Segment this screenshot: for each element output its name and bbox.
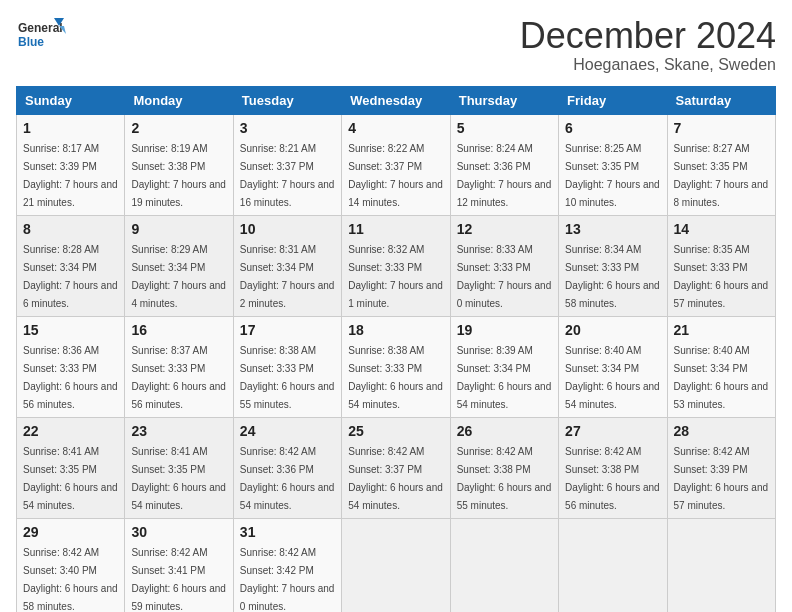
calendar-cell: 25 Sunrise: 8:42 AMSunset: 3:37 PMDaylig… — [342, 417, 450, 518]
calendar-cell: 23 Sunrise: 8:41 AMSunset: 3:35 PMDaylig… — [125, 417, 233, 518]
calendar-cell: 10 Sunrise: 8:31 AMSunset: 3:34 PMDaylig… — [233, 215, 341, 316]
calendar-cell — [667, 518, 775, 612]
day-info: Sunrise: 8:24 AMSunset: 3:36 PMDaylight:… — [457, 143, 552, 208]
calendar-cell: 13 Sunrise: 8:34 AMSunset: 3:33 PMDaylig… — [559, 215, 667, 316]
calendar-cell: 26 Sunrise: 8:42 AMSunset: 3:38 PMDaylig… — [450, 417, 558, 518]
day-number: 10 — [240, 221, 335, 237]
day-number: 14 — [674, 221, 769, 237]
day-number: 8 — [23, 221, 118, 237]
day-number: 6 — [565, 120, 660, 136]
calendar-cell: 29 Sunrise: 8:42 AMSunset: 3:40 PMDaylig… — [17, 518, 125, 612]
calendar-cell: 5 Sunrise: 8:24 AMSunset: 3:36 PMDayligh… — [450, 114, 558, 215]
day-info: Sunrise: 8:27 AMSunset: 3:35 PMDaylight:… — [674, 143, 769, 208]
logo-svg: General Blue — [16, 16, 66, 58]
calendar-title: December 2024 — [520, 16, 776, 56]
day-number: 13 — [565, 221, 660, 237]
day-info: Sunrise: 8:42 AMSunset: 3:37 PMDaylight:… — [348, 446, 443, 511]
day-number: 4 — [348, 120, 443, 136]
day-info: Sunrise: 8:41 AMSunset: 3:35 PMDaylight:… — [131, 446, 226, 511]
calendar-cell: 9 Sunrise: 8:29 AMSunset: 3:34 PMDayligh… — [125, 215, 233, 316]
day-info: Sunrise: 8:40 AMSunset: 3:34 PMDaylight:… — [674, 345, 769, 410]
day-number: 12 — [457, 221, 552, 237]
day-number: 31 — [240, 524, 335, 540]
weekday-wednesday: Wednesday — [342, 86, 450, 114]
day-info: Sunrise: 8:42 AMSunset: 3:40 PMDaylight:… — [23, 547, 118, 612]
day-info: Sunrise: 8:33 AMSunset: 3:33 PMDaylight:… — [457, 244, 552, 309]
day-info: Sunrise: 8:41 AMSunset: 3:35 PMDaylight:… — [23, 446, 118, 511]
day-info: Sunrise: 8:42 AMSunset: 3:42 PMDaylight:… — [240, 547, 335, 612]
day-number: 24 — [240, 423, 335, 439]
day-info: Sunrise: 8:17 AMSunset: 3:39 PMDaylight:… — [23, 143, 118, 208]
day-number: 23 — [131, 423, 226, 439]
day-info: Sunrise: 8:21 AMSunset: 3:37 PMDaylight:… — [240, 143, 335, 208]
day-info: Sunrise: 8:19 AMSunset: 3:38 PMDaylight:… — [131, 143, 226, 208]
calendar-cell: 31 Sunrise: 8:42 AMSunset: 3:42 PMDaylig… — [233, 518, 341, 612]
weekday-monday: Monday — [125, 86, 233, 114]
day-info: Sunrise: 8:42 AMSunset: 3:36 PMDaylight:… — [240, 446, 335, 511]
day-number: 7 — [674, 120, 769, 136]
day-info: Sunrise: 8:29 AMSunset: 3:34 PMDaylight:… — [131, 244, 226, 309]
calendar-cell — [450, 518, 558, 612]
calendar-cell: 19 Sunrise: 8:39 AMSunset: 3:34 PMDaylig… — [450, 316, 558, 417]
day-info: Sunrise: 8:42 AMSunset: 3:38 PMDaylight:… — [457, 446, 552, 511]
week-row-5: 29 Sunrise: 8:42 AMSunset: 3:40 PMDaylig… — [17, 518, 776, 612]
page-header: General Blue December 2024 Hoeganaes, Sk… — [16, 16, 776, 74]
day-info: Sunrise: 8:42 AMSunset: 3:39 PMDaylight:… — [674, 446, 769, 511]
calendar-cell: 1 Sunrise: 8:17 AMSunset: 3:39 PMDayligh… — [17, 114, 125, 215]
day-number: 20 — [565, 322, 660, 338]
day-info: Sunrise: 8:28 AMSunset: 3:34 PMDaylight:… — [23, 244, 118, 309]
day-info: Sunrise: 8:34 AMSunset: 3:33 PMDaylight:… — [565, 244, 660, 309]
title-section: December 2024 Hoeganaes, Skane, Sweden — [520, 16, 776, 74]
day-info: Sunrise: 8:39 AMSunset: 3:34 PMDaylight:… — [457, 345, 552, 410]
calendar-cell: 2 Sunrise: 8:19 AMSunset: 3:38 PMDayligh… — [125, 114, 233, 215]
svg-text:General: General — [18, 21, 63, 35]
day-number: 17 — [240, 322, 335, 338]
logo: General Blue — [16, 16, 66, 58]
calendar-cell: 21 Sunrise: 8:40 AMSunset: 3:34 PMDaylig… — [667, 316, 775, 417]
day-number: 19 — [457, 322, 552, 338]
calendar-cell: 14 Sunrise: 8:35 AMSunset: 3:33 PMDaylig… — [667, 215, 775, 316]
day-info: Sunrise: 8:38 AMSunset: 3:33 PMDaylight:… — [240, 345, 335, 410]
day-number: 16 — [131, 322, 226, 338]
weekday-header-row: SundayMondayTuesdayWednesdayThursdayFrid… — [17, 86, 776, 114]
calendar-cell: 8 Sunrise: 8:28 AMSunset: 3:34 PMDayligh… — [17, 215, 125, 316]
calendar-cell: 7 Sunrise: 8:27 AMSunset: 3:35 PMDayligh… — [667, 114, 775, 215]
day-number: 21 — [674, 322, 769, 338]
day-number: 30 — [131, 524, 226, 540]
day-info: Sunrise: 8:42 AMSunset: 3:38 PMDaylight:… — [565, 446, 660, 511]
day-info: Sunrise: 8:22 AMSunset: 3:37 PMDaylight:… — [348, 143, 443, 208]
calendar-cell: 6 Sunrise: 8:25 AMSunset: 3:35 PMDayligh… — [559, 114, 667, 215]
weekday-sunday: Sunday — [17, 86, 125, 114]
week-row-3: 15 Sunrise: 8:36 AMSunset: 3:33 PMDaylig… — [17, 316, 776, 417]
day-number: 9 — [131, 221, 226, 237]
calendar-cell: 3 Sunrise: 8:21 AMSunset: 3:37 PMDayligh… — [233, 114, 341, 215]
day-number: 27 — [565, 423, 660, 439]
calendar-cell — [559, 518, 667, 612]
day-info: Sunrise: 8:38 AMSunset: 3:33 PMDaylight:… — [348, 345, 443, 410]
calendar-cell: 11 Sunrise: 8:32 AMSunset: 3:33 PMDaylig… — [342, 215, 450, 316]
day-info: Sunrise: 8:40 AMSunset: 3:34 PMDaylight:… — [565, 345, 660, 410]
calendar-cell — [342, 518, 450, 612]
day-info: Sunrise: 8:37 AMSunset: 3:33 PMDaylight:… — [131, 345, 226, 410]
calendar-cell: 22 Sunrise: 8:41 AMSunset: 3:35 PMDaylig… — [17, 417, 125, 518]
calendar-subtitle: Hoeganaes, Skane, Sweden — [520, 56, 776, 74]
day-number: 5 — [457, 120, 552, 136]
calendar-cell: 16 Sunrise: 8:37 AMSunset: 3:33 PMDaylig… — [125, 316, 233, 417]
day-number: 18 — [348, 322, 443, 338]
day-number: 26 — [457, 423, 552, 439]
calendar-cell: 20 Sunrise: 8:40 AMSunset: 3:34 PMDaylig… — [559, 316, 667, 417]
day-number: 11 — [348, 221, 443, 237]
day-number: 1 — [23, 120, 118, 136]
day-number: 25 — [348, 423, 443, 439]
week-row-1: 1 Sunrise: 8:17 AMSunset: 3:39 PMDayligh… — [17, 114, 776, 215]
calendar-cell: 28 Sunrise: 8:42 AMSunset: 3:39 PMDaylig… — [667, 417, 775, 518]
calendar-cell: 12 Sunrise: 8:33 AMSunset: 3:33 PMDaylig… — [450, 215, 558, 316]
day-number: 15 — [23, 322, 118, 338]
week-row-2: 8 Sunrise: 8:28 AMSunset: 3:34 PMDayligh… — [17, 215, 776, 316]
calendar-cell: 24 Sunrise: 8:42 AMSunset: 3:36 PMDaylig… — [233, 417, 341, 518]
day-info: Sunrise: 8:25 AMSunset: 3:35 PMDaylight:… — [565, 143, 660, 208]
day-number: 28 — [674, 423, 769, 439]
day-info: Sunrise: 8:32 AMSunset: 3:33 PMDaylight:… — [348, 244, 443, 309]
week-row-4: 22 Sunrise: 8:41 AMSunset: 3:35 PMDaylig… — [17, 417, 776, 518]
day-number: 3 — [240, 120, 335, 136]
